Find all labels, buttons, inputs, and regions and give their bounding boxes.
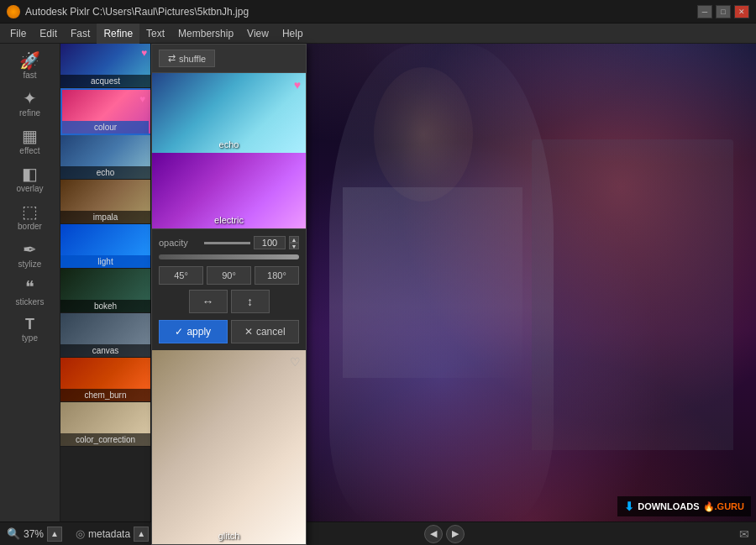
nav-controls: ◀ ▶ <box>424 525 465 543</box>
shuffle-bar: ⇄ shuffle <box>152 45 306 73</box>
sidebar-item-effect[interactable]: ▦ effect <box>0 123 60 160</box>
refine-icon: ✦ <box>23 90 37 107</box>
type-label: type <box>22 333 38 343</box>
shuffle-label: shuffle <box>179 54 206 64</box>
popup-panel: ⇄ shuffle ♥ echo electric opacity <box>151 44 307 545</box>
preview-glitch-thumb <box>152 350 306 544</box>
filter-label-light: light <box>60 255 150 268</box>
sidebar-icons: 🚀 fast ✦ refine ▦ effect ◧ overlay ⬚ bor… <box>0 44 60 521</box>
angle-90-button[interactable]: 90° <box>207 266 251 285</box>
gradient-slider[interactable] <box>159 254 299 259</box>
filter-item-colour[interactable]: ♥ colour <box>60 88 150 135</box>
nav-back-button[interactable]: ◀ <box>424 525 443 543</box>
heart-icon-glitch: ♡ <box>290 355 301 369</box>
angle-180-button[interactable]: 180° <box>255 266 299 285</box>
apply-label: apply <box>186 326 211 338</box>
type-icon: T <box>25 317 34 332</box>
filter-label-echo: echo <box>60 166 150 179</box>
apply-button[interactable]: ✓ apply <box>159 320 228 343</box>
opacity-slider[interactable] <box>204 242 250 244</box>
watermark: ⬇ DOWNLOADS 🔥.GURU <box>617 496 751 516</box>
metadata-control: ◎ metadata ▲ <box>76 527 149 542</box>
zoom-up-button[interactable]: ▲ <box>47 527 62 542</box>
filter-item-chem-burn[interactable]: chem_burn <box>60 358 150 402</box>
popup-preview-echo[interactable]: ♥ echo <box>152 73 306 153</box>
opacity-down[interactable]: ▼ <box>289 243 299 249</box>
menu-refine[interactable]: Refine <box>97 24 139 44</box>
close-button[interactable]: ✕ <box>734 5 749 18</box>
nav-forward-button[interactable]: ▶ <box>446 525 465 543</box>
menu-edit[interactable]: Edit <box>33 24 64 44</box>
angle-45-button[interactable]: 45° <box>159 266 203 285</box>
menu-view[interactable]: View <box>240 24 276 44</box>
titlebar-left: Autodesk Pixlr C:\Users\Raul\Pictures\5k… <box>7 5 249 18</box>
menu-membership[interactable]: Membership <box>171 24 240 44</box>
sidebar-item-stickers[interactable]: ❝ stickers <box>0 274 60 312</box>
metadata-icon: ◎ <box>76 527 85 540</box>
opacity-input[interactable] <box>254 236 286 249</box>
flip-vertical-button[interactable]: ↕ <box>231 290 270 313</box>
menu-text[interactable]: Text <box>139 24 171 44</box>
filter-label-colour: colour <box>62 121 149 134</box>
opacity-up[interactable]: ▲ <box>289 236 299 243</box>
sidebar-item-stylize[interactable]: ✒ stylize <box>0 236 60 274</box>
filter-item-acquest[interactable]: ♥ acquest <box>60 44 150 88</box>
stylize-label: stylize <box>18 259 42 269</box>
sidebar-item-border[interactable]: ⬚ border <box>0 198 60 236</box>
x-icon: ✕ <box>244 326 253 338</box>
filter-label-chem-burn: chem_burn <box>60 389 150 401</box>
filter-item-bokeh[interactable]: bokeh <box>60 269 150 313</box>
cancel-button[interactable]: ✕ cancel <box>231 320 300 343</box>
sidebar-item-fast[interactable]: 🚀 fast <box>0 47 60 85</box>
popup-preview-glitch[interactable]: ♡ glitch <box>152 350 306 544</box>
top-light-effect <box>307 44 756 187</box>
shuffle-icon: ⇄ <box>168 53 176 64</box>
menubar: File Edit Fast Refine Text Membership Vi… <box>0 24 756 44</box>
filter-label-color-correction: color_correction <box>60 433 150 446</box>
controls-section: opacity ▲ ▼ 45° 90° 180° ↔ <box>152 228 306 350</box>
stylize-icon: ✒ <box>23 241 37 258</box>
flip-horizontal-button[interactable]: ↔ <box>189 290 228 313</box>
shuffle-button[interactable]: ⇄ shuffle <box>159 50 215 67</box>
filter-item-impala[interactable]: impala <box>60 180 150 224</box>
heart-icon-colour: ♥ <box>139 93 145 105</box>
watermark-guru-text: 🔥.GURU <box>703 501 744 512</box>
sidebar-item-type[interactable]: T type <box>0 312 60 348</box>
zoom-icon: 🔍 <box>7 527 20 540</box>
menu-file[interactable]: File <box>3 24 33 44</box>
refine-label: refine <box>19 108 40 118</box>
sidebar-item-overlay[interactable]: ◧ overlay <box>0 160 60 198</box>
checkmark-icon: ✓ <box>175 326 183 338</box>
filter-item-echo[interactable]: echo <box>60 135 150 180</box>
metadata-label: metadata <box>88 528 130 540</box>
menu-help[interactable]: Help <box>276 24 310 44</box>
opacity-slider-fill <box>204 242 250 244</box>
app-icon <box>7 5 20 18</box>
metadata-up-button[interactable]: ▲ <box>134 527 149 542</box>
stickers-label: stickers <box>16 297 45 307</box>
maximize-button[interactable]: □ <box>716 5 731 18</box>
canvas-area[interactable]: ⬇ DOWNLOADS 🔥.GURU <box>307 44 756 521</box>
filter-item-canvas[interactable]: canvas <box>60 313 150 358</box>
border-label: border <box>18 222 42 231</box>
opacity-spinner[interactable]: ▲ ▼ <box>289 236 299 249</box>
filter-item-color-correction[interactable]: color_correction <box>60 402 150 447</box>
effect-label: effect <box>19 146 39 155</box>
email-icon: ✉ <box>739 527 749 541</box>
fast-icon: 🚀 <box>19 52 40 69</box>
minimize-button[interactable]: ─ <box>697 5 712 18</box>
popup-preview-electric[interactable]: electric <box>152 153 306 228</box>
watermark-text: DOWNLOADS <box>638 501 699 511</box>
sidebar-item-refine[interactable]: ✦ refine <box>0 85 60 123</box>
angle-row: 45° 90° 180° <box>159 266 299 285</box>
filter-label-bokeh: bokeh <box>60 300 150 312</box>
flip-row: ↔ ↕ <box>159 290 299 313</box>
cancel-label: cancel <box>256 326 286 338</box>
titlebar-controls[interactable]: ─ □ ✕ <box>697 5 749 18</box>
filter-item-light[interactable]: light <box>60 224 150 269</box>
titlebar: Autodesk Pixlr C:\Users\Raul\Pictures\5k… <box>0 0 756 24</box>
opacity-row: opacity ▲ ▼ <box>159 236 299 249</box>
effect-icon: ▦ <box>22 128 38 144</box>
border-icon: ⬚ <box>22 203 38 220</box>
menu-fast[interactable]: Fast <box>64 24 97 44</box>
